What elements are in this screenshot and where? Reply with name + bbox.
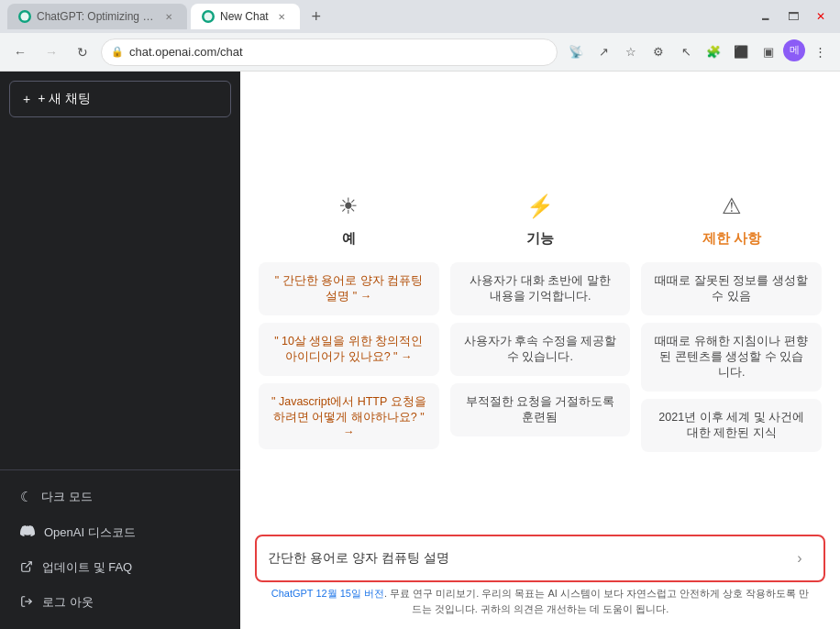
settings-icon[interactable]: ⚙ — [646, 39, 671, 65]
logout-label: 로그 아웃 — [42, 594, 94, 611]
address-text: chat.openai.com/chat — [129, 45, 243, 59]
send-button[interactable]: › — [787, 546, 812, 571]
reload-button[interactable]: ↻ — [70, 39, 95, 65]
warning-icon: ⚠ — [722, 193, 742, 219]
dark-mode-icon: ☾ — [20, 489, 32, 505]
capability-card-3: 부적절한 요청을 거절하도록 훈련됨 — [450, 383, 631, 436]
dark-mode-label: 다크 모드 — [41, 489, 93, 505]
cursor-icon[interactable]: ↖ — [673, 39, 699, 65]
back-button[interactable]: ← — [7, 39, 33, 65]
chat-input-area: › ChatGPT 12월 15일 버전. 무료 연구 미리보기. 우리의 목표… — [240, 524, 840, 629]
limitations-title: 제한 사항 — [702, 230, 761, 248]
sidebar-bottom: ☾ 다크 모드 OpenAI 디스코드 업데이트 및 FAQ — [0, 469, 240, 629]
features-grid: ☀ 예 " 간단한 용어로 양자 컴퓨팅 설명 " → " 10살 생일을 위한… — [259, 193, 822, 452]
limitations-column: ⚠ 제한 사항 때때로 잘못된 정보를 생성할 수 있음 때때로 유해한 지침이… — [641, 193, 822, 452]
app-body: + + 새 채팅 ☾ 다크 모드 OpenAI 디스코드 — [0, 72, 840, 629]
sidebar-item-discord[interactable]: OpenAI 디스코드 — [9, 514, 231, 550]
sidebar-spacer — [0, 127, 240, 469]
discord-icon — [20, 524, 35, 541]
disclaimer: ChatGPT 12월 15일 버전. 무료 연구 미리보기. 우리의 목표는 … — [255, 582, 825, 622]
extension-icon[interactable]: 🧩 — [701, 39, 726, 65]
tab-new-chat[interactable]: New Chat ✕ — [191, 4, 300, 29]
maximize-button[interactable]: 🗖 — [781, 8, 805, 25]
tab-close-chatgpt[interactable]: ✕ — [161, 9, 176, 24]
sidebar-item-dark-mode[interactable]: ☾ 다크 모드 — [9, 480, 231, 514]
svg-line-2 — [26, 561, 31, 567]
window-controls: 🗕 🗖 ✕ — [754, 8, 833, 25]
example-card-2[interactable]: " 10살 생일을 위한 창의적인 아이디어가 있나요? " → — [259, 323, 439, 376]
tab-chatgpt[interactable]: ChatGPT: Optimizing Language ✕ — [7, 4, 187, 29]
new-tab-button[interactable]: + — [304, 4, 329, 29]
sidebar: + + 새 채팅 ☾ 다크 모드 OpenAI 디스코드 — [0, 72, 240, 629]
capability-card-1: 사용자가 대화 초반에 말한 내용을 기억합니다. — [450, 262, 631, 315]
toolbar-actions: 📡 ↗ ☆ ⚙ ↖ 🧩 ⬛ ▣ 메 ⋮ — [563, 39, 833, 65]
menu-icon[interactable]: ⋮ — [807, 39, 833, 65]
limitation-card-1: 때때로 잘못된 정보를 생성할 수 있음 — [641, 262, 822, 315]
sidebar-item-logout[interactable]: 로그 아웃 — [9, 585, 231, 620]
profile-icon[interactable]: 메 — [783, 39, 805, 61]
split-icon[interactable]: ▣ — [756, 39, 781, 65]
updates-icon — [20, 560, 33, 576]
new-chat-label: + 새 채팅 — [38, 91, 91, 107]
svg-point-0 — [21, 13, 29, 21]
disclaimer-link[interactable]: ChatGPT 12월 15일 버전 — [271, 588, 384, 599]
tab-favicon-new — [202, 10, 215, 23]
discord-label: OpenAI 디스코드 — [44, 524, 136, 541]
capability-card-2: 사용자가 후속 수정을 제공할 수 있습니다. — [450, 323, 631, 376]
capabilities-title: 기능 — [526, 230, 554, 248]
tab-title-new: New Chat — [220, 10, 269, 23]
examples-column: ☀ 예 " 간단한 용어로 양자 컴퓨팅 설명 " → " 10살 생일을 위한… — [259, 193, 439, 452]
forward-button[interactable]: → — [39, 39, 64, 65]
browser-toolbar: ← → ↻ 🔒 chat.openai.com/chat 📡 ↗ ☆ ⚙ ↖ 🧩… — [0, 33, 840, 72]
tab-title-chatgpt: ChatGPT: Optimizing Language — [37, 10, 156, 23]
tab-favicon-chatgpt — [18, 10, 31, 23]
examples-title: 예 — [342, 230, 356, 248]
disclaimer-text: . 무료 연구 미리보기. 우리의 목표는 AI 시스템이 보다 자연스럽고 안… — [384, 588, 809, 614]
sun-icon: ☀ — [338, 193, 359, 219]
minimize-button[interactable]: 🗕 — [754, 8, 778, 25]
lock-icon: 🔒 — [111, 46, 124, 58]
chat-input[interactable] — [268, 551, 787, 566]
browser-titlebar: ChatGPT: Optimizing Language ✕ New Chat … — [0, 0, 840, 33]
example-card-1[interactable]: " 간단한 용어로 양자 컴퓨팅 설명 " → — [259, 262, 439, 315]
lightning-icon: ⚡ — [526, 193, 554, 219]
main-content: ☀ 예 " 간단한 용어로 양자 컴퓨팅 설명 " → " 10살 생일을 위한… — [240, 72, 840, 629]
tab-close-new[interactable]: ✕ — [274, 9, 289, 24]
close-button[interactable]: ✕ — [809, 8, 833, 25]
limitation-card-3: 2021년 이후 세계 및 사건에 대한 제한된 지식 — [641, 399, 822, 452]
new-chat-button[interactable]: + + 새 채팅 — [9, 81, 231, 117]
sidebar-icon[interactable]: ⬛ — [728, 39, 754, 65]
address-bar[interactable]: 🔒 chat.openai.com/chat — [101, 39, 558, 66]
share-icon[interactable]: ↗ — [591, 39, 616, 65]
sidebar-item-updates[interactable]: 업데이트 및 FAQ — [9, 550, 231, 585]
chat-input-wrapper[interactable]: › — [255, 535, 825, 582]
cast-icon[interactable]: 📡 — [563, 39, 589, 65]
capabilities-column: ⚡ 기능 사용자가 대화 초반에 말한 내용을 기억합니다. 사용자가 후속 수… — [450, 193, 631, 452]
bookmark-icon[interactable]: ☆ — [618, 39, 644, 65]
svg-point-1 — [204, 13, 213, 21]
limitation-card-2: 때때로 유해한 지침이나 편향된 콘텐츠를 생성할 수 있습니다. — [641, 323, 822, 392]
example-card-3[interactable]: " Javascript에서 HTTP 요청을 하려면 어떻게 해야하나요? "… — [259, 383, 439, 449]
new-chat-plus-icon: + — [23, 92, 30, 106]
updates-label: 업데이트 및 FAQ — [42, 559, 132, 576]
logout-icon — [20, 595, 33, 611]
